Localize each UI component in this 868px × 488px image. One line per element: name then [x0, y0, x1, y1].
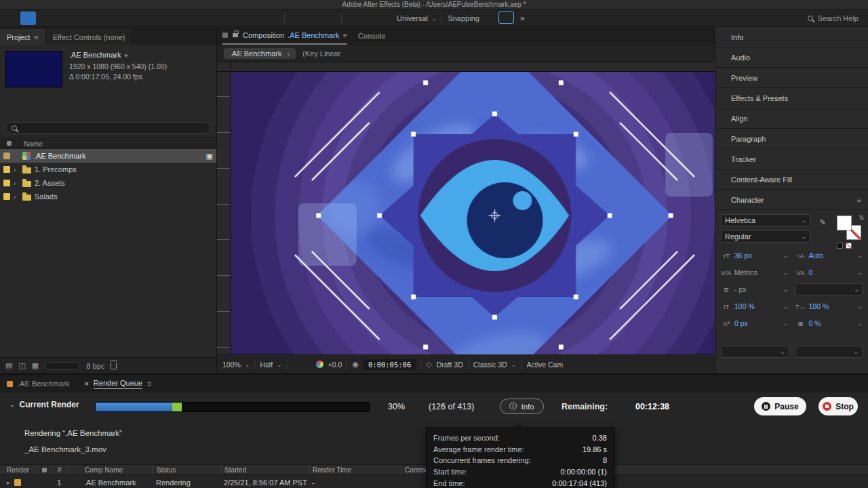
panel-preview[interactable]: Preview	[715, 68, 868, 88]
font-style-select[interactable]: Regular ⌄	[721, 230, 810, 243]
comp-name-line[interactable]: .AE Benchmark ▾	[69, 51, 167, 59]
vertical-ruler[interactable]	[217, 72, 231, 354]
name-column-header[interactable]: Name	[24, 140, 43, 148]
exposure-value[interactable]: +0.0	[328, 361, 342, 369]
resolution-select[interactable]: Half ⌄	[260, 361, 281, 369]
composition-viewport[interactable]	[231, 72, 715, 354]
current-render-section[interactable]: ⌄ Current Render	[8, 400, 79, 409]
interpret-footage-icon[interactable]: ▤	[5, 361, 12, 370]
snapping-label[interactable]: Snapping	[448, 14, 479, 22]
snapping-options-icon[interactable]	[482, 12, 498, 25]
col-render-time[interactable]: Render Time	[309, 465, 401, 474]
trash-icon[interactable]	[111, 363, 117, 369]
panel-menu-icon[interactable]: ≡	[343, 31, 347, 39]
project-item-assets[interactable]: › 2. Assets ▣	[0, 176, 216, 190]
label-color-chip[interactable]	[3, 193, 10, 200]
stop-button[interactable]: Stop	[818, 397, 858, 415]
pan-camera-tool[interactable]	[85, 12, 101, 25]
universal-label[interactable]: Universal	[397, 14, 428, 22]
pen-tool[interactable]	[167, 12, 182, 25]
rectangle-tool[interactable]	[151, 12, 166, 25]
grid-options-icon[interactable]	[498, 12, 514, 24]
label-color-chip[interactable]	[3, 166, 10, 173]
puppet-pin-tool[interactable]	[264, 12, 280, 25]
panel-tracker[interactable]: Tracker	[715, 149, 868, 169]
project-item-salads[interactable]: › Salads ▣	[0, 190, 216, 203]
workspace-icon[interactable]	[741, 12, 756, 25]
brush-tool[interactable]	[199, 12, 215, 25]
horizontal-ruler[interactable]	[231, 62, 715, 72]
rotation-gizmo-tool[interactable]	[378, 12, 394, 25]
beta-feedback-icon[interactable]	[763, 12, 778, 25]
bit-depth-label[interactable]: 8 bpc	[86, 362, 104, 370]
panel-effects-presets[interactable]: Effects & Presets	[715, 88, 868, 108]
collapse-chevron-icon[interactable]: ⌄	[9, 401, 15, 408]
dolly-camera-tool[interactable]	[102, 12, 117, 25]
stroke-width-control[interactable]: ≣ - px ⌄	[721, 283, 789, 296]
new-folder-icon[interactable]: ◫	[18, 361, 25, 370]
axis-view-icon[interactable]	[321, 12, 337, 25]
new-composition-icon[interactable]: ▦	[32, 361, 39, 370]
col-comp-name[interactable]: Comp Name	[68, 465, 152, 474]
camera-view-select[interactable]: Active Cam	[527, 361, 564, 369]
info-button[interactable]: ⓘ Info	[500, 399, 544, 414]
item-label-color-chip[interactable]	[14, 479, 21, 486]
overflow-chevron-icon[interactable]: »	[515, 12, 530, 25]
timecode[interactable]: 0:00:05:06	[363, 359, 416, 370]
fill-color-swatch[interactable]	[837, 216, 852, 230]
col-label-color[interactable]	[37, 465, 52, 474]
rotation-tool[interactable]	[118, 12, 134, 25]
extra-select-right[interactable]: ⌄	[795, 346, 863, 358]
tsume-control[interactable]: ⊞ 0 % ⌄	[795, 317, 863, 329]
eyedropper-icon[interactable]: ✎	[819, 217, 825, 226]
project-item-precomps[interactable]: › 1. Precomps ▣	[0, 163, 216, 176]
baseline-shift-control[interactable]: Aª 0 px ⌄	[721, 317, 789, 329]
breadcrumb-layer[interactable]: (Key Linear	[302, 49, 340, 58]
renderer-select[interactable]: Classic 3D ⌄	[473, 361, 517, 369]
font-size-control[interactable]: ᴛT 36 px ⌄	[721, 249, 789, 262]
orbit-camera-tool[interactable]	[69, 12, 85, 25]
stroke-style-control[interactable]: ⌄	[795, 283, 863, 296]
pause-button[interactable]: Pause	[754, 397, 806, 415]
panel-paragraph[interactable]: Paragraph	[715, 129, 868, 149]
panel-align[interactable]: Align	[715, 108, 868, 129]
row-expand-icon[interactable]: ▸	[7, 479, 10, 486]
panel-info[interactable]: Info	[715, 27, 868, 47]
tab-render-queue[interactable]: × Render Queue ≡	[84, 375, 151, 392]
gizmo-selection-tool[interactable]	[346, 12, 361, 25]
panel-menu-icon[interactable]: ≡	[147, 380, 151, 388]
swap-fill-stroke-icon[interactable]: ⇅	[859, 214, 864, 221]
selection-tool[interactable]	[20, 12, 36, 25]
col-status[interactable]: Status	[152, 465, 221, 474]
vertical-scale-control[interactable]: IT 100 % ⌄	[721, 300, 789, 312]
panel-character-header[interactable]: Character ≡	[715, 190, 868, 210]
tab-console[interactable]: Console	[358, 27, 385, 45]
horizontal-scale-control[interactable]: T↔ 100 % ⌄	[795, 300, 863, 312]
tab-composition[interactable]: Composition .AE Benchmark ≡	[222, 27, 347, 45]
twirl-icon[interactable]: ›	[14, 180, 19, 187]
hand-tool[interactable]	[37, 12, 52, 25]
panel-menu-icon[interactable]: ≡	[34, 33, 38, 41]
channel-icon[interactable]	[316, 361, 323, 368]
panel-menu-icon[interactable]: ≡	[857, 196, 861, 204]
magnification-select[interactable]: 100% ⌄	[222, 361, 250, 369]
extra-select-left[interactable]: ⌄	[721, 346, 789, 358]
draft-3d-toggle[interactable]: Draft 3D	[437, 361, 463, 369]
label-color-chip[interactable]	[3, 180, 10, 186]
axis-world-icon[interactable]	[305, 12, 321, 25]
axis-local-icon[interactable]	[289, 12, 304, 25]
project-list-header[interactable]: Name	[0, 138, 216, 149]
panel-audio[interactable]: Audio	[715, 47, 868, 68]
default-fill-stroke-icon[interactable]	[837, 243, 852, 249]
roto-brush-tool[interactable]	[248, 12, 264, 25]
kerning-control[interactable]: V/A Metrics ⌄	[721, 266, 789, 279]
clone-stamp-tool[interactable]	[216, 12, 231, 25]
help-search-field[interactable]: Search Help	[808, 14, 859, 22]
zoom-tool[interactable]	[53, 12, 68, 25]
tab-effect-controls[interactable]: Effect Controls (none)	[46, 29, 132, 45]
panel-content-aware-fill[interactable]: Content-Aware Fill	[715, 169, 868, 190]
tab-ae-benchmark-timeline[interactable]: .AE Benchmark	[7, 375, 69, 392]
label-color-chip[interactable]	[3, 152, 10, 159]
project-item-ae-benchmark[interactable]: › .AE Benchmark ▣	[0, 149, 216, 163]
eraser-tool[interactable]	[232, 12, 248, 25]
